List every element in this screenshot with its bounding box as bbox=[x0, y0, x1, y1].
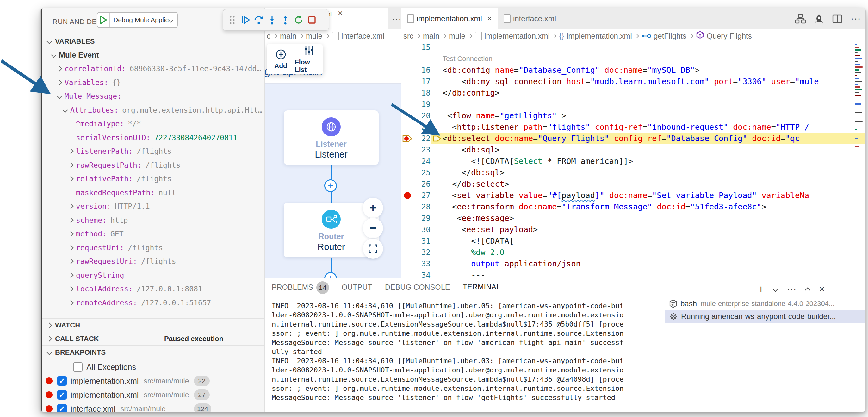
file-icon bbox=[475, 32, 482, 40]
code-line: 28 <ee:transform doc:name="Transform Mes… bbox=[401, 201, 866, 213]
flow-designer-group: interface.xml × ··· cmainmuleinterface.x… bbox=[265, 8, 401, 278]
variable-value: null bbox=[158, 188, 176, 197]
codelens-row[interactable]: Test Connection bbox=[401, 53, 866, 64]
variable-row[interactable]: ^mediaType:*/* bbox=[42, 117, 265, 131]
flow-hierarchy-icon[interactable] bbox=[795, 13, 806, 24]
all-exceptions-checkbox[interactable] bbox=[73, 362, 83, 372]
variable-row[interactable]: Attributes:org.mule.extension.http.api.H… bbox=[42, 103, 265, 117]
breakpoint-checkbox[interactable]: ✓ bbox=[57, 376, 67, 386]
panel-tab-problems[interactable]: PROBLEMS14 bbox=[272, 278, 329, 296]
flow-node-listener[interactable]: Listener Listener bbox=[284, 111, 379, 165]
breakpoint-checkbox[interactable]: ✓ bbox=[57, 390, 67, 399]
breakpoint-dot-icon[interactable] bbox=[404, 192, 411, 199]
annotation-arrow-mule-message bbox=[1, 61, 46, 91]
tab-overflow-button[interactable]: ··· bbox=[388, 8, 401, 29]
variable-row[interactable]: serialVersionUID:7227330842640270811 bbox=[42, 131, 265, 145]
tab-interface.xml[interactable]: interface.xml bbox=[498, 8, 562, 29]
codelens-test-connection[interactable]: Test Connection bbox=[442, 53, 493, 64]
variable-row[interactable]: localAddress:/127.0.0.1:8081 bbox=[42, 282, 265, 296]
drag-handle[interactable] bbox=[225, 13, 239, 27]
variable-row[interactable]: rawRequestPath:/flights bbox=[42, 158, 265, 172]
variable-row[interactable]: listenerPath:/flights bbox=[42, 145, 265, 158]
variable-row[interactable]: correlationId:68966330-3c5f-11ee-9c43-14… bbox=[42, 62, 265, 76]
breadcrumb-item[interactable]: main bbox=[280, 32, 297, 40]
fit-to-screen-button[interactable] bbox=[363, 239, 383, 259]
file-icon bbox=[407, 14, 414, 23]
breadcrumb-item[interactable]: c bbox=[267, 32, 271, 40]
variable-row[interactable]: maskedRequestPath:null bbox=[42, 186, 265, 200]
panel-more-button[interactable]: ··· bbox=[787, 284, 796, 295]
step-into-button[interactable] bbox=[266, 13, 279, 27]
variable-name: scheme: bbox=[76, 216, 106, 224]
variable-row[interactable]: Mule Event bbox=[42, 48, 265, 62]
add-component-button[interactable]: + bbox=[324, 179, 337, 192]
new-terminal-button[interactable]: + bbox=[758, 283, 764, 295]
add-button[interactable]: Add bbox=[267, 44, 295, 75]
all-exceptions-row[interactable]: All Exceptions bbox=[42, 360, 265, 374]
breadcrumb-item[interactable]: Query Flights bbox=[696, 31, 752, 41]
terminal-list-item[interactable]: $bashmule-enterprise-standalone-4.4.0-20… bbox=[665, 297, 866, 310]
variable-row[interactable]: version:HTTP/1.1 bbox=[42, 200, 265, 214]
code-area[interactable]: 15Test Connection16<db:config name="Data… bbox=[401, 43, 866, 278]
breakpoint-checkbox[interactable]: ✓ bbox=[57, 404, 67, 412]
variable-row[interactable]: method:GET bbox=[42, 227, 265, 241]
breadcrumb-item[interactable]: src bbox=[403, 32, 413, 40]
breakpoint-row[interactable]: ✓implementation.xmlsrc/main/mule27 bbox=[42, 388, 265, 402]
step-over-button[interactable] bbox=[252, 13, 266, 27]
line-number: 28 bbox=[411, 201, 431, 213]
breadcrumb-label: main bbox=[280, 32, 297, 40]
variable-row[interactable]: requestUri:/flights bbox=[42, 241, 265, 255]
minimap[interactable] bbox=[855, 44, 864, 161]
step-out-button[interactable] bbox=[279, 13, 292, 27]
close-icon[interactable]: × bbox=[487, 13, 492, 23]
terminal-output[interactable]: INFO 2023-08-16 11:04:34,610 [[MuleRunti… bbox=[272, 301, 661, 402]
breakpoint-row[interactable]: ✓implementation.xmlsrc/main/mule22 bbox=[42, 374, 265, 388]
variable-row[interactable]: relativePath:/flights bbox=[42, 172, 265, 186]
variable-row[interactable]: Variables:{} bbox=[42, 76, 265, 90]
close-icon[interactable]: × bbox=[338, 8, 343, 18]
restart-button[interactable] bbox=[292, 13, 305, 27]
section-watch[interactable]: WATCH bbox=[42, 318, 265, 332]
variable-row[interactable]: remoteAddress:/127.0.0.1:51657 bbox=[42, 296, 265, 310]
breadcrumb-item[interactable]: implementation.xml bbox=[475, 32, 550, 40]
rocket-icon[interactable] bbox=[814, 13, 824, 24]
breadcrumb-item[interactable]: mule bbox=[449, 32, 465, 40]
variable-row[interactable]: Mule Message: bbox=[42, 90, 265, 103]
terminal-list-item[interactable]: Running american-ws-anypoint-code-builde… bbox=[665, 310, 866, 323]
variable-row[interactable]: scheme:http bbox=[42, 213, 265, 227]
close-panel-icon[interactable]: × bbox=[819, 284, 825, 295]
panel-tab-label: DEBUG CONSOLE bbox=[385, 283, 450, 292]
section-call-stack[interactable]: CALL STACK Paused execution bbox=[42, 332, 265, 346]
zoom-in-button[interactable]: + bbox=[363, 198, 383, 218]
breadcrumb-item[interactable]: getFlights bbox=[642, 32, 686, 40]
terminal-dropdown-chevron-icon[interactable] bbox=[773, 286, 778, 292]
variable-name: version: bbox=[76, 202, 111, 210]
variable-row[interactable]: queryString bbox=[42, 268, 265, 282]
zoom-out-button[interactable]: − bbox=[363, 218, 383, 238]
breadcrumb-item[interactable]: main bbox=[423, 32, 439, 40]
panel-tab-debug-console[interactable]: DEBUG CONSOLE bbox=[385, 278, 450, 296]
section-variables[interactable]: VARIABLES bbox=[42, 35, 265, 48]
variable-row[interactable]: rawRequestUri:/flights bbox=[42, 255, 265, 269]
section-breakpoints[interactable]: BREAKPOINTS bbox=[42, 346, 265, 359]
breadcrumb-item[interactable]: mule bbox=[306, 32, 322, 40]
more-actions-button[interactable]: ··· bbox=[850, 13, 861, 24]
panel-tab-terminal[interactable]: TERMINAL bbox=[463, 278, 501, 296]
flow-list-button[interactable]: Flow List bbox=[295, 44, 323, 75]
launch-config-dropdown[interactable]: Debug Mule Applicatic bbox=[97, 12, 178, 28]
tab-implementation.xml[interactable]: implementation.xml× bbox=[401, 8, 498, 29]
line-number: 21 bbox=[411, 121, 431, 133]
maximize-panel-icon[interactable] bbox=[805, 287, 810, 293]
breadcrumb-item[interactable]: {}implementation.xml bbox=[559, 32, 632, 40]
split-editor-icon[interactable] bbox=[832, 14, 842, 23]
breakpoint-row[interactable]: ✓interface.xmlsrc/main/mule124 bbox=[42, 402, 265, 412]
chevron-down-icon bbox=[63, 107, 68, 113]
breadcrumb-label: main bbox=[423, 32, 439, 40]
line-number: 32 bbox=[411, 247, 431, 258]
breadcrumb-item[interactable]: interface.xml bbox=[332, 32, 384, 40]
stop-button[interactable] bbox=[305, 13, 318, 27]
continue-button[interactable] bbox=[239, 13, 252, 27]
start-debug-button[interactable] bbox=[97, 13, 110, 27]
panel-tab-output[interactable]: OUTPUT bbox=[342, 278, 372, 296]
breakpoint-path: src/main/mule bbox=[121, 405, 166, 412]
